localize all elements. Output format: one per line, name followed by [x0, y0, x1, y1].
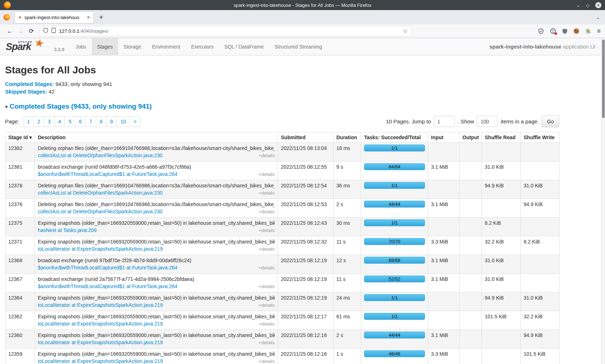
skipped-stages-link[interactable]: Skipped Stages:: [5, 88, 47, 95]
page-button->[interactable]: >: [130, 116, 140, 127]
page-button-5[interactable]: 5: [64, 116, 75, 127]
nav-item-stages[interactable]: Stages: [92, 38, 118, 55]
browser-tab[interactable]: ★ spark-ingest-into-lakehous ✕: [15, 12, 93, 23]
details-toggle[interactable]: +details: [259, 339, 275, 346]
nav-item-executors[interactable]: Executors: [186, 38, 219, 55]
jump-to-page-input[interactable]: [434, 116, 455, 127]
menu-button[interactable]: ≡: [597, 28, 601, 35]
firefox-icon[interactable]: [4, 14, 10, 21]
stage-detail-link[interactable]: toLocalIterator at ExpireSnapshotsSparkA…: [38, 358, 163, 364]
page-button-3[interactable]: 3: [44, 116, 55, 127]
nav-item-storage[interactable]: Storage: [118, 38, 147, 55]
items-per-page-input[interactable]: [477, 116, 498, 127]
nav-item-structured-streaming[interactable]: Structured Streaming: [269, 38, 327, 55]
shuffle-read-cell: [482, 349, 521, 364]
tracking-shield-icon[interactable]: [43, 28, 48, 35]
stage-detail-link[interactable]: $anonfun$withThreadLocalCaptured$1 at Fu…: [38, 283, 178, 290]
shuffle-write-cell: 31.0 KiB: [521, 180, 560, 199]
page-button-10[interactable]: 10: [116, 116, 130, 127]
col-output[interactable]: Output: [460, 132, 482, 143]
stage-detail-link[interactable]: collectAsList at DeleteOrphanFilesSparkA…: [38, 208, 162, 215]
stage-description: Deleting orphan files (older_than=166910…: [38, 145, 275, 152]
cookie-extension-icon[interactable]: [574, 28, 579, 34]
completed-stages-section-header[interactable]: ▾Completed Stages (9433, only showing 94…: [5, 103, 605, 110]
stage-detail-link[interactable]: $anonfun$withThreadLocalCaptured$1 at Fu…: [38, 170, 178, 178]
ublock-shield-icon[interactable]: [562, 28, 568, 34]
vertical-scrollbar[interactable]: [601, 38, 605, 364]
nav-item-jobs[interactable]: Jobs: [70, 38, 92, 55]
col-shuffle-read[interactable]: Shuffle Read: [482, 132, 521, 143]
col-stage-id[interactable]: Stage Id ▾: [5, 132, 35, 143]
url-bar[interactable]: 127.0.0.1:4040/stages/ ☆: [39, 26, 412, 36]
tasks-cell: 52/52: [361, 274, 428, 292]
stage-detail-link[interactable]: toLocalIterator at ExpireSnapshotsSparkA…: [38, 339, 163, 346]
tab-close-icon[interactable]: ✕: [87, 15, 90, 20]
details-toggle[interactable]: +details: [259, 152, 275, 159]
details-toggle[interactable]: +details: [259, 358, 275, 364]
page-button-4[interactable]: 4: [54, 116, 65, 127]
tasks-progress-bar: 84/84: [364, 163, 425, 170]
scrollbar-thumb[interactable]: [602, 40, 605, 118]
table-row: 12381 broadcast exchange (runId 048fd06f…: [5, 161, 560, 180]
details-toggle[interactable]: +details: [259, 171, 275, 178]
stage-description: Expiring snapshots (older_than=166932055…: [38, 219, 275, 227]
stage-detail-link[interactable]: toLocalIterator at ExpireSnapshotsSparkA…: [38, 301, 163, 309]
stage-detail-link[interactable]: collectAsList at DeleteOrphanFilesSparkA…: [38, 152, 162, 159]
table-row: 12367 broadcast exchange (runId 2a75677f…: [5, 274, 560, 292]
proxy-extension-icon[interactable]: [550, 28, 556, 34]
tab-list-chevron-icon[interactable]: ⌄: [596, 15, 600, 20]
stage-detail-link[interactable]: $anonfun$withThreadLocalCaptured$1 at Fu…: [38, 264, 178, 271]
page-button-1[interactable]: 1: [23, 116, 34, 127]
new-tab-button[interactable]: +: [99, 13, 103, 22]
close-icon[interactable]: ✕: [595, 2, 601, 8]
stage-detail-link[interactable]: toLocalIterator at ExpireSnapshotsSparkA…: [38, 245, 163, 252]
table-row: 12378 Deleting orphan files (older_than=…: [5, 180, 560, 199]
duration-cell: 18 ms: [333, 143, 361, 161]
go-button[interactable]: Go: [542, 115, 559, 127]
tasks-progress-bar: 1/1: [364, 145, 425, 151]
details-toggle[interactable]: +details: [259, 246, 275, 253]
details-toggle[interactable]: +details: [259, 227, 275, 234]
page-button-7[interactable]: 7: [85, 116, 96, 127]
details-toggle[interactable]: +details: [259, 302, 275, 309]
maximize-icon[interactable]: ◇: [586, 3, 590, 8]
minimize-icon[interactable]: ⌄: [576, 3, 580, 8]
stage-detail-link[interactable]: toLocalIterator at ExpireSnapshotsSparkA…: [38, 320, 163, 327]
stage-id-cell: 12364: [5, 292, 35, 311]
nav-item-sql-dataframe[interactable]: SQL / DataFrame: [219, 38, 269, 55]
tasks-progress-bar: 46/46: [364, 350, 425, 357]
col-duration[interactable]: Duration: [333, 132, 361, 143]
spark-logo[interactable]: APACHE Spark ★: [5, 38, 53, 55]
bookmark-star-icon[interactable]: ☆: [403, 28, 408, 35]
details-toggle[interactable]: +details: [259, 320, 275, 328]
stage-description: Expiring snapshots (older_than=166932055…: [38, 238, 275, 245]
page-button-2[interactable]: 2: [33, 116, 44, 127]
pagination-row: Page: 12345678910> 10 Pages. Jump to . S…: [5, 115, 559, 127]
spark-wordmark: Spark: [6, 41, 31, 53]
url-text[interactable]: 127.0.0.1:4040/stages/: [59, 28, 108, 34]
shuffle-write-cell: [521, 274, 560, 292]
col-shuffle-write[interactable]: Shuffle Write: [521, 132, 560, 143]
shield-check-extension-icon[interactable]: [538, 28, 544, 34]
details-toggle[interactable]: +details: [259, 208, 275, 215]
color-asterisk-extension-icon[interactable]: [585, 28, 591, 34]
duration-cell: 61 ms: [333, 311, 361, 330]
col-tasks[interactable]: Tasks: Succeeded/Total: [361, 132, 428, 143]
details-toggle[interactable]: +details: [259, 264, 275, 272]
stage-detail-link[interactable]: hasNext at Tasks.java:209: [38, 227, 97, 234]
col-description[interactable]: Description: [35, 132, 278, 143]
completed-stages-link[interactable]: Completed Stages:: [5, 81, 54, 87]
back-icon[interactable]: ←: [4, 28, 15, 35]
col-input[interactable]: Input: [428, 132, 460, 143]
page-button-9[interactable]: 9: [106, 116, 117, 127]
page-button-8[interactable]: 8: [96, 116, 107, 127]
reload-icon[interactable]: ⟳: [26, 27, 37, 35]
details-toggle[interactable]: +details: [259, 283, 275, 290]
nav-item-environment[interactable]: Environment: [147, 38, 186, 55]
submitted-cell: 2022/11/25 08:12:32: [278, 236, 333, 255]
page-info-icon[interactable]: [51, 28, 56, 35]
col-submitted[interactable]: Submitted: [278, 132, 333, 143]
page-button-6[interactable]: 6: [75, 116, 86, 127]
details-toggle[interactable]: +details: [259, 190, 275, 197]
stage-detail-link[interactable]: collectAsList at DeleteOrphanFilesSparkA…: [38, 189, 162, 196]
